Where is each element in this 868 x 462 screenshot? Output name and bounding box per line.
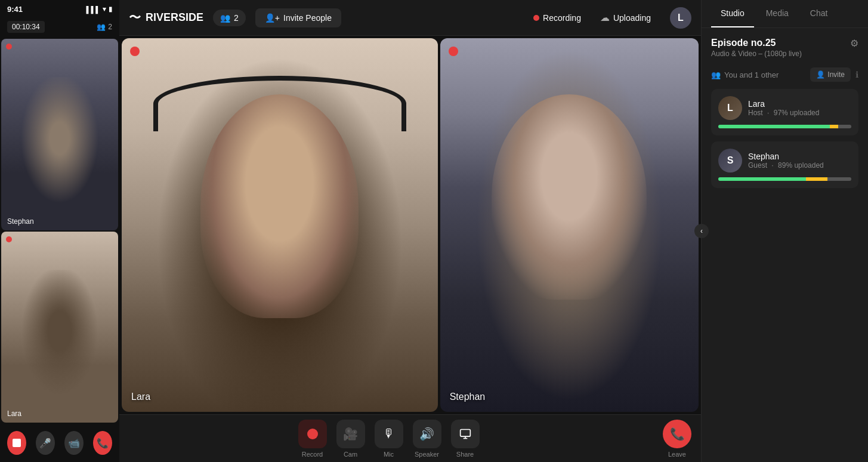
phone-timer-bar: 00:10:34 👥 2 [0, 19, 119, 38]
people-icon: 👥 [220, 13, 230, 23]
episode-info: Episode no.25 Audio & Video – (1080p liv… [711, 38, 802, 58]
invite-people-button[interactable]: 👤+ Invite People [255, 8, 341, 27]
stephan-bar-seg10 [838, 177, 851, 181]
lara-bar-seg5 [782, 125, 798, 128]
phone-video-lara: Lara [1, 232, 118, 423]
uploading-badge: ☁ Uploading [600, 12, 651, 23]
lara-upload-bar [718, 125, 851, 128]
people-icon: 👥 [97, 23, 106, 31]
leave-button[interactable]: 📞 Leave [663, 420, 691, 458]
stephan-name: Stephan [748, 152, 851, 161]
stephan-bar-seg5 [777, 177, 792, 181]
lara-info: Lara Host · 97% uploaded [748, 99, 851, 117]
cam-label: Cam [344, 451, 357, 458]
people-icon: 👥 [711, 70, 721, 79]
stephan-rec-indicator [449, 47, 458, 56]
phone-rec-dot-stephan [6, 44, 12, 50]
lara-bar-seg8 [830, 125, 838, 128]
stephan-bar-seg9 [827, 177, 838, 181]
top-bar: 〜 RIVERSIDE 👥 2 👤+ Invite People Recordi… [119, 0, 701, 36]
participant-card-stephan: S Stephan Guest · 89% uploaded [711, 141, 858, 188]
upload-icon: ☁ [600, 12, 610, 23]
phone-status-bar: 9:41 ▌▌▌ ▾ ▮ [0, 0, 119, 19]
lara-name: Lara [748, 99, 851, 109]
cam-btn-icon[interactable]: 🎥 [336, 420, 365, 448]
rec-dot-icon [533, 15, 539, 21]
tab-studio[interactable]: Studio [711, 0, 754, 27]
invite-small-button[interactable]: 👤 Invite [810, 67, 851, 82]
leave-btn-icon[interactable]: 📞 [663, 420, 691, 448]
signal-icon: ▌▌▌ [87, 6, 100, 13]
logo-text: RIVERSIDE [146, 11, 203, 24]
lara-bar-seg6 [798, 125, 814, 128]
record-label: Record [302, 451, 323, 458]
svg-rect-0 [460, 429, 470, 436]
recording-badge: Recording [533, 13, 581, 23]
participant-card-lara: L Lara Host · 97% uploaded [711, 89, 858, 135]
stephan-role: Guest · 89% uploaded [748, 161, 851, 170]
lara-bar-seg7 [814, 125, 830, 128]
settings-icon[interactable]: ⚙ [850, 38, 858, 49]
lara-avatar: L [718, 96, 742, 120]
record-dot-icon [307, 429, 318, 439]
stephan-bar-seg7 [806, 177, 817, 181]
episode-subtitle: Audio & Video – (1080p live) [711, 50, 802, 58]
mic-btn-icon[interactable]: 🎙 [375, 420, 403, 448]
stephan-bar-seg8 [817, 177, 827, 181]
info-icon[interactable]: ℹ [855, 70, 858, 79]
stephan-video-bg [440, 38, 699, 412]
participants-button[interactable]: 👥 2 [213, 10, 246, 26]
participants-section: 👥 You and 1 other 👤 Invite ℹ L [711, 67, 858, 188]
stephan-name-label: Stephan [450, 392, 486, 402]
logo: 〜 RIVERSIDE [129, 10, 203, 26]
phone-cam-button[interactable]: 📹 [64, 431, 84, 455]
share-label: Share [456, 451, 474, 458]
logo-icon: 〜 [129, 10, 141, 26]
phone-timer: 00:10:34 [7, 21, 45, 33]
phone-rec-dot-lara [6, 236, 12, 242]
speaker-label: Speaker [415, 451, 439, 458]
phone-time: 9:41 [7, 5, 23, 14]
lara-upload-track [718, 125, 851, 128]
bottom-toolbar: Record 🎥 Cam 🎙 Mic 🔊 Speaker Share [119, 414, 701, 462]
phone-record-button[interactable] [7, 431, 26, 455]
phone-lara-label: Lara [7, 409, 21, 418]
speaker-button[interactable]: 🔊 Speaker [413, 420, 441, 458]
share-btn-icon[interactable] [451, 420, 480, 448]
tab-chat[interactable]: Chat [801, 0, 838, 27]
episode-title: Episode no.25 [711, 38, 802, 48]
speaker-btn-icon[interactable]: 🔊 [413, 420, 441, 448]
lara-name-label: Lara [131, 392, 150, 402]
phone-stephan-label: Stephan [7, 217, 34, 226]
lara-bar-seg9 [838, 125, 851, 128]
tab-media[interactable]: Media [756, 0, 798, 27]
phone-mic-button[interactable]: 🎤 [36, 431, 55, 455]
phone-leave-button[interactable]: 📞 [93, 431, 112, 455]
user-initial: L [678, 13, 684, 23]
right-panel-tabs: Studio Media Chat [702, 0, 868, 28]
collapse-panel-button[interactable]: ‹ [694, 224, 709, 238]
user-avatar[interactable]: L [670, 7, 691, 29]
lara-bar-seg2 [734, 125, 750, 128]
right-panel-content: Episode no.25 Audio & Video – (1080p liv… [702, 28, 868, 462]
stephan-bar-seg1 [718, 177, 733, 181]
phone-participants-count: 👥 2 [97, 23, 112, 31]
stephan-avatar-content: S [718, 149, 742, 173]
lara-avatar-content: L [718, 96, 742, 120]
video-panel-stephan: Stephan [440, 38, 699, 412]
recording-label: Recording [543, 13, 581, 23]
add-person-icon: 👤+ [265, 13, 280, 23]
lara-role: Host · 97% uploaded [748, 109, 851, 117]
leave-label: Leave [668, 451, 686, 458]
mic-button[interactable]: 🎙 Mic [375, 420, 403, 458]
stephan-info: Stephan Guest · 89% uploaded [748, 152, 851, 170]
stephan-upload-track [718, 177, 851, 181]
share-button[interactable]: Share [451, 420, 480, 458]
record-button[interactable]: Record [298, 420, 327, 458]
stephan-avatar: S [718, 149, 742, 173]
cam-button[interactable]: 🎥 Cam [336, 420, 365, 458]
lara-rec-indicator [130, 47, 140, 56]
participants-count: 2 [234, 13, 239, 23]
stephan-bar-seg4 [762, 177, 777, 181]
record-btn-icon[interactable] [298, 420, 327, 448]
